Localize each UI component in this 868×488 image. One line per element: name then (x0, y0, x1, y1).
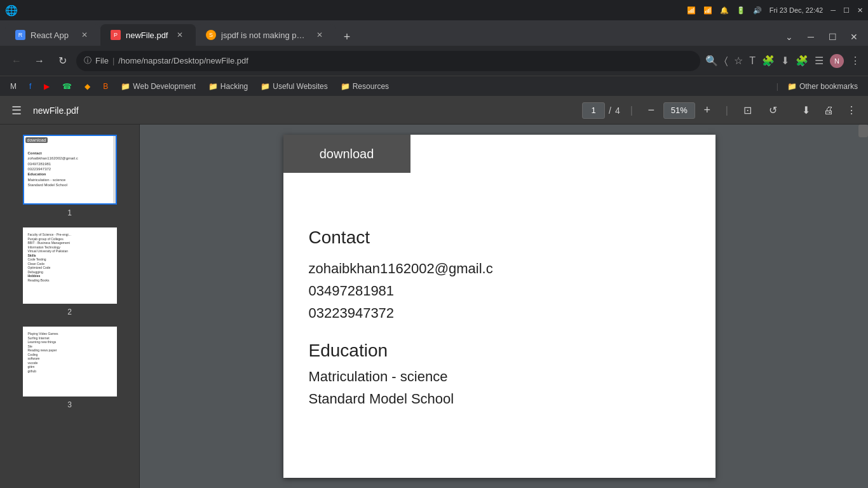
share-icon[interactable]: 〈 (724, 55, 728, 67)
youtube-icon: ▶ (44, 82, 50, 91)
pdf-zoom-level: 51% (663, 102, 695, 119)
more-options-button[interactable]: ⋮ (843, 102, 860, 119)
download-button[interactable]: ⬇ (797, 102, 815, 119)
fit-page-button[interactable]: ⊡ (738, 102, 756, 119)
pdf-title: newFile.pdf (33, 105, 79, 116)
pdf-toolbar-right: ⬇ 🖨 ⋮ (797, 102, 860, 119)
tab-close-pdf[interactable]: ✕ (174, 29, 186, 41)
pdf-menu-button[interactable]: ☰ (8, 102, 25, 119)
tab-label-pdf: newFile.pdf (126, 30, 169, 40)
whatsapp-icon: ☎ (62, 82, 72, 91)
minimize-btn[interactable]: ─ (831, 6, 836, 14)
notifications-icon: 🔔 (720, 6, 729, 15)
pdf-viewer: ☰ newFile.pdf / 4 | − 51% + | ⊡ ↺ ⬇ 🖨 ⋮ (0, 97, 868, 488)
wifi-icon: 📶 (703, 6, 712, 15)
thumb-content-2: Faculty of Science - Pre-engi... Punjab … (24, 229, 116, 286)
bs-icon: B (103, 82, 108, 91)
pdf-content-area[interactable]: download Contact zohaibkhan1162002@gmail… (140, 125, 858, 488)
address-separator: | (112, 56, 114, 65)
thumb-label-3: 3 (67, 400, 72, 409)
zoom-out-button[interactable]: − (643, 102, 660, 119)
rotate-button[interactable]: ↺ (764, 102, 782, 119)
tab-react-app[interactable]: R React App ✕ (5, 24, 100, 46)
window-minimize-button[interactable]: ─ (802, 28, 820, 46)
gmail-icon: M (10, 82, 17, 91)
extensions-icon[interactable]: 🧩 (762, 55, 775, 67)
gmail-bookmark[interactable]: M (5, 81, 22, 92)
folder-icon-2: 📁 (208, 82, 218, 91)
other-bookmarks[interactable]: 📁 Other bookmarks (782, 81, 863, 92)
pdf-download-text: download (320, 147, 374, 161)
whatsapp-bookmark[interactable]: ☎ (57, 81, 77, 92)
tab-jspdf[interactable]: S jspdf is not making pdf of right... ✕ (196, 24, 336, 46)
resources-bookmark[interactable]: 📁 Resources (336, 81, 394, 92)
tab-close-react[interactable]: ✕ (79, 29, 90, 41)
reload-button[interactable]: ↻ (53, 52, 71, 70)
translate-icon[interactable]: T (749, 55, 756, 67)
maximize-btn[interactable]: ☐ (843, 6, 850, 15)
thumbnail-page-2[interactable]: Faculty of Science - Pre-engi... Punjab … (23, 227, 117, 316)
bookmark-star-icon[interactable]: ☆ (734, 55, 743, 67)
pdf-education-section: Education Matriculation - science Standa… (309, 337, 690, 410)
tab-controls: ⌄ ─ ☐ ✕ (780, 28, 863, 46)
hacking-label: Hacking (220, 82, 248, 91)
thumb-page-2[interactable]: Faculty of Science - Pre-engi... Punjab … (23, 227, 117, 304)
address-input[interactable]: ⓘ File | /home/napstar/Desktop/newFile.p… (76, 51, 700, 71)
page-separator: / (609, 105, 611, 116)
tab-bar: R React App ✕ P newFile.pdf ✕ S jspdf is… (0, 20, 868, 46)
volume-icon: 🔊 (753, 6, 762, 15)
forward-button[interactable]: → (31, 52, 48, 70)
bs-bookmark[interactable]: B (98, 81, 113, 92)
toolbar-separator-2: | (726, 105, 728, 116)
pdf-page-nav: / 4 (582, 102, 620, 119)
useful-websites-bookmark[interactable]: 📁 Useful Websites (255, 81, 332, 92)
more-menu-icon[interactable]: ⋮ (850, 55, 860, 67)
pdf-contact-label: Contact (309, 224, 690, 252)
crypto-bookmark[interactable]: ◆ (79, 81, 95, 92)
title-bar-right: 📶 📶 🔔 🔋 🔊 Fri 23 Dec, 22:42 ─ ☐ ✕ (687, 6, 863, 15)
profile-icon[interactable]: N (830, 54, 844, 68)
thumb-page-3[interactable]: Playing Video Games Surfing Internet Lea… (23, 327, 117, 396)
pdf-email: zohaibkhan1162002@gmail.c (309, 257, 690, 280)
chrome-icon: 🌐 (5, 4, 18, 17)
web-dev-bookmark[interactable]: 📁 Web Development (116, 81, 201, 92)
sync-icon[interactable]: ⬇ (781, 55, 789, 67)
scrollbar-thumb[interactable] (858, 125, 868, 137)
title-bar: 🌐 📶 📶 🔔 🔋 🔊 Fri 23 Dec, 22:42 ─ ☐ ✕ (0, 0, 868, 20)
puzzle-icon[interactable]: 🧩 (796, 55, 808, 67)
print-button[interactable]: 🖨 (820, 102, 837, 119)
pdf-toolbar: ☰ newFile.pdf / 4 | − 51% + | ⊡ ↺ ⬇ 🖨 ⋮ (0, 97, 868, 125)
hacking-bookmark[interactable]: 📁 Hacking (203, 81, 253, 92)
pdf-total-pages: 4 (615, 105, 620, 116)
thumbnail-page-3[interactable]: Playing Video Games Surfing Internet Lea… (23, 327, 117, 409)
pdf-school: Standard Model School (309, 388, 690, 410)
address-bar: ← → ↻ ⓘ File | /home/napstar/Desktop/new… (0, 46, 868, 76)
sidebar-icon[interactable]: ☰ (815, 55, 824, 67)
toolbar-separator-1: | (630, 105, 633, 116)
battery-icon: 🔋 (736, 6, 745, 15)
folder-icon-5: 📁 (787, 82, 797, 91)
tab-list-button[interactable]: ⌄ (780, 28, 798, 46)
search-icon[interactable]: 🔍 (705, 55, 718, 67)
other-bookmarks-label: Other bookmarks (799, 82, 858, 91)
pdf-download-overlay[interactable]: download (283, 135, 410, 173)
zoom-in-button[interactable]: + (699, 102, 715, 119)
thumbnail-page-1[interactable]: download Contact zohaibkhan1162002@gmail… (23, 135, 117, 217)
bookmarks-separator: | (776, 82, 778, 91)
thumb-page-1[interactable]: download Contact zohaibkhan1162002@gmail… (23, 135, 117, 205)
tab-newfile-pdf[interactable]: P newFile.pdf ✕ (100, 24, 196, 46)
pdf-right-scrollbar[interactable] (858, 125, 868, 488)
tab-favicon-react: R (15, 30, 25, 40)
thumb-label-1: 1 (67, 208, 72, 217)
new-tab-button[interactable]: + (338, 28, 356, 46)
tab-close-jspdf[interactable]: ✕ (314, 29, 325, 41)
pdf-page-input[interactable] (582, 102, 605, 119)
close-btn[interactable]: ✕ (857, 6, 863, 15)
back-button[interactable]: ← (8, 52, 25, 70)
facebook-bookmark[interactable]: f (24, 81, 36, 92)
window-close-button[interactable]: ✕ (845, 28, 863, 46)
thumb-download-label: download (25, 137, 48, 143)
address-url: /home/napstar/Desktop/newFile.pdf (118, 56, 248, 65)
window-restore-button[interactable]: ☐ (824, 28, 841, 46)
youtube-bookmark[interactable]: ▶ (39, 81, 55, 92)
